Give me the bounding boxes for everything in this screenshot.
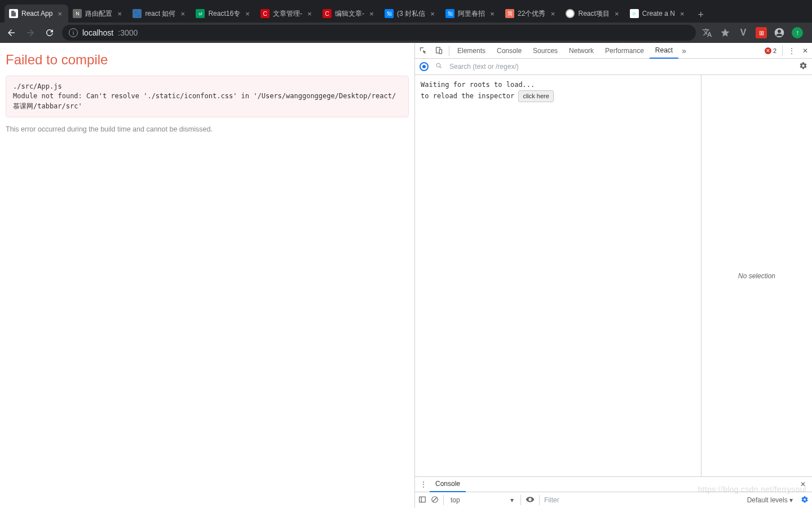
svg-point-4 — [436, 63, 440, 67]
drawer-menu-icon[interactable]: ⋮ — [417, 480, 430, 488]
browser-tab[interactable]: React App × — [5, 5, 68, 23]
close-icon[interactable]: × — [244, 10, 251, 17]
browser-tab[interactable]: sf React16专 × — [191, 5, 256, 23]
react-search-input[interactable] — [449, 63, 792, 71]
divider — [443, 495, 444, 505]
target-picker-icon[interactable] — [420, 62, 429, 71]
close-icon[interactable]: × — [56, 10, 64, 17]
browser-toolbar: i localhost:3000 V ⊞ ↑ — [0, 23, 812, 43]
code-line: ./src/App.js — [13, 82, 62, 90]
console-settings-icon[interactable] — [801, 496, 809, 505]
browser-tab[interactable]: C 编辑文章- × — [318, 5, 380, 23]
error-codebox: ./src/App.js Module not found: Can't res… — [6, 76, 409, 117]
devtools-tab-network[interactable]: Network — [563, 43, 599, 58]
tab-title: (3 封私信 — [397, 9, 425, 19]
devtools-tab-elements[interactable]: Elements — [452, 43, 491, 58]
close-devtools-icon[interactable]: ✕ — [798, 47, 812, 55]
devtools-tab-performance[interactable]: Performance — [599, 43, 650, 58]
favicon: C — [261, 9, 270, 18]
toolbar-right-icons: V ⊞ ↑ — [701, 27, 807, 38]
forward-button[interactable] — [24, 26, 37, 40]
browser-tab[interactable]: 知 阿里春招 × — [441, 5, 501, 23]
devtools-menu-icon[interactable]: ⋮ — [785, 47, 798, 55]
bookmark-star-icon[interactable] — [720, 27, 731, 38]
page-title: Failed to compile — [6, 52, 409, 68]
divider — [520, 495, 521, 505]
more-tabs-icon[interactable]: » — [678, 46, 690, 55]
address-bar[interactable]: i localhost:3000 — [62, 25, 696, 41]
favicon: C — [323, 9, 332, 18]
tree-message: Waiting for roots to load... — [421, 80, 695, 90]
close-icon[interactable]: × — [179, 10, 187, 17]
console-toolbar: top ▾ Default levels ▾ — [415, 492, 812, 508]
tab-title: React App — [21, 10, 52, 17]
extension-icon[interactable]: ⊞ — [756, 27, 767, 38]
profile-avatar-icon[interactable] — [774, 27, 785, 38]
devtools-tab-react[interactable]: React — [650, 43, 678, 59]
close-icon[interactable]: × — [116, 10, 123, 17]
close-icon[interactable]: × — [678, 10, 686, 17]
tab-title: 编辑文章- — [335, 9, 364, 19]
favicon: 知 — [445, 9, 454, 18]
device-toggle-icon[interactable] — [431, 43, 447, 58]
error-count: 2 — [773, 47, 776, 54]
svg-rect-6 — [420, 497, 426, 502]
new-tab-button[interactable]: + — [693, 7, 709, 23]
close-icon[interactable]: × — [613, 10, 621, 17]
tab-title: 阿里春招 — [458, 9, 485, 19]
gear-icon[interactable] — [799, 62, 807, 72]
tab-title: 路由配置 — [85, 9, 112, 19]
browser-tab[interactable]: 🐾 react 如何 × — [128, 5, 191, 23]
close-icon[interactable]: × — [549, 10, 557, 17]
close-icon[interactable]: × — [429, 10, 436, 17]
site-info-icon[interactable]: i — [69, 28, 78, 37]
close-icon[interactable]: × — [306, 10, 314, 17]
extension-icon[interactable]: ↑ — [792, 27, 803, 38]
context-selector[interactable]: top ▾ — [448, 496, 516, 504]
browser-tab[interactable]: N 路由配置 × — [68, 5, 128, 23]
drawer-tab-console[interactable]: Console — [430, 477, 466, 492]
browser-tab[interactable]: ⚛ Create a N × — [625, 5, 691, 23]
browser-tab[interactable]: C 文章管理- × — [256, 5, 318, 23]
back-button[interactable] — [5, 26, 18, 40]
extension-icon[interactable]: V — [738, 27, 749, 38]
page-content: Failed to compile ./src/App.js Module no… — [0, 43, 414, 508]
browser-tab[interactable]: React项目 × — [561, 5, 625, 23]
code-line: Module not found: Can't resolve './stati… — [13, 92, 396, 110]
tab-title: 22个优秀 — [518, 9, 545, 19]
console-filter-input[interactable] — [544, 496, 612, 504]
browser-tab[interactable]: 简 22个优秀 × — [501, 5, 561, 23]
search-icon — [435, 62, 443, 72]
favicon: 简 — [505, 9, 514, 18]
log-levels-selector[interactable]: Default levels ▾ — [747, 496, 793, 504]
browser-tab[interactable]: 知 (3 封私信 × — [380, 5, 441, 23]
clear-console-icon[interactable] — [431, 496, 439, 505]
translate-icon[interactable] — [701, 27, 713, 38]
divider — [539, 495, 540, 505]
toggle-sidebar-icon[interactable] — [418, 496, 426, 505]
devtools-tab-sources[interactable]: Sources — [527, 43, 563, 58]
eye-icon[interactable] — [526, 495, 535, 506]
svg-rect-3 — [439, 50, 442, 54]
url-port: :3000 — [118, 28, 138, 37]
tab-title: Create a N — [642, 10, 675, 17]
svg-line-9 — [433, 497, 437, 501]
devtools-tab-console[interactable]: Console — [491, 43, 527, 58]
watermark: https://blog.csdn.net/ferrysoul — [698, 485, 806, 494]
close-icon[interactable]: × — [368, 10, 376, 17]
error-count-badge[interactable]: ✕ 2 — [761, 47, 780, 54]
devtools-tabbar: Elements Console Sources Network Perform… — [415, 43, 812, 59]
divider — [782, 46, 783, 56]
context-label: top — [451, 496, 460, 504]
reload-inspector-button[interactable]: click here — [518, 90, 553, 102]
favicon: 知 — [385, 9, 394, 18]
favicon: 🐾 — [133, 9, 142, 18]
reload-button[interactable] — [43, 26, 56, 40]
tab-title: React项目 — [578, 9, 609, 19]
svg-point-1 — [778, 30, 781, 33]
devtools-main: Waiting for roots to load... to reload t… — [415, 75, 812, 476]
favicon: sf — [196, 9, 205, 18]
tab-title: 文章管理- — [273, 9, 302, 19]
close-icon[interactable]: × — [488, 10, 496, 17]
inspect-element-icon[interactable] — [415, 43, 431, 58]
